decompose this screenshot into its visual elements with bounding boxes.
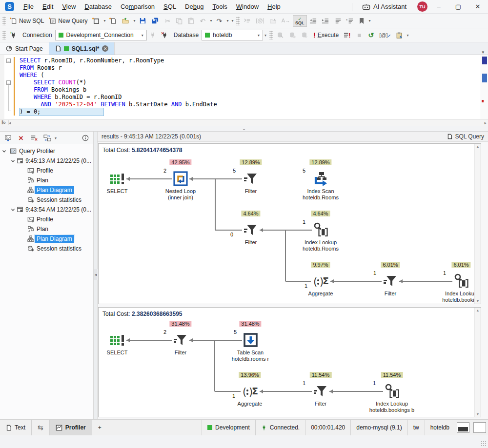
- delete-result-button[interactable]: ✕: [15, 132, 27, 144]
- open-file-dropdown[interactable]: ▾: [132, 19, 137, 23]
- fold-marker[interactable]: –: [6, 80, 11, 85]
- scrollbar-thumb[interactable]: [482, 57, 487, 64]
- tree-item-plan-diagram[interactable]: Plan Diagram: [0, 234, 93, 244]
- plan-node-select[interactable]: SELECT: [98, 171, 149, 195]
- redo-dropdown[interactable]: ▾: [225, 19, 230, 23]
- menu-window[interactable]: Window: [232, 1, 263, 12]
- save-profiling-result-button[interactable]: [2, 132, 14, 144]
- fold-marker[interactable]: –: [6, 58, 11, 63]
- plan-node-filter[interactable]: 31.48%Filter: [149, 332, 212, 356]
- outdent-button[interactable]: [307, 15, 319, 27]
- expander-icon[interactable]: [11, 159, 17, 163]
- cut-button[interactable]: ✂: [162, 15, 173, 27]
- close-button[interactable]: ✕: [469, 1, 486, 13]
- user-avatar[interactable]: TU: [417, 1, 427, 12]
- tree-item-profile[interactable]: Profile: [0, 166, 93, 175]
- menu-help[interactable]: Help: [263, 1, 285, 12]
- menu-tools[interactable]: Tools: [208, 1, 231, 12]
- plan-node-index-lookup[interactable]: 6.01%Index Lookuphoteldb.booking: [429, 273, 481, 303]
- environment-cell[interactable]: Development: [202, 420, 255, 435]
- sql-formatter-button[interactable]: ✓ SQL: [293, 15, 307, 27]
- disconnect-button[interactable]: ✕: [159, 29, 171, 41]
- clear-all-results-button[interactable]: ✕: [28, 132, 40, 144]
- execute-script-button[interactable]: !: [341, 29, 353, 41]
- panel-scrollbar[interactable]: ▲▼: [474, 308, 481, 417]
- add-view-button[interactable]: +: [92, 420, 107, 435]
- new-file-button[interactable]: *: [107, 15, 119, 27]
- database-combobox[interactable]: hoteldb ▾: [202, 30, 263, 40]
- new-document-button[interactable]: *: [90, 15, 102, 27]
- toolbar-grip[interactable]: [2, 17, 6, 25]
- db-tool-3-button[interactable]: [299, 29, 311, 41]
- tab-overflow-dropdown[interactable]: ▾: [478, 50, 488, 55]
- tree-item-profile[interactable]: Profile: [0, 214, 93, 224]
- collapse-sidebar-icon[interactable]: ◂: [94, 269, 98, 280]
- layout-full-button[interactable]: [473, 422, 486, 433]
- menu-debug[interactable]: Debug: [181, 1, 208, 12]
- toolbar-options-dropdown[interactable]: ▾: [230, 19, 235, 23]
- plan-node-filter[interactable]: 12.89%Filter: [219, 171, 283, 195]
- view-tab-text[interactable]: Text: [0, 420, 32, 435]
- tree-item-9-43-54-am-12-22-25-0[interactable]: 9:43:54 AM 12/22/25 (0...: [0, 205, 93, 214]
- menu-file[interactable]: File: [19, 1, 38, 12]
- scroll-right-arrow-icon[interactable]: ▸: [484, 120, 487, 125]
- paste-template-button[interactable]: [393, 29, 405, 41]
- plan-node-aggregate[interactable]: 13.96%()ΣAggregate: [218, 384, 282, 407]
- toolbar-grip[interactable]: [236, 17, 240, 25]
- sidebar-splitter[interactable]: ◂: [94, 132, 98, 419]
- plan-node-aggregate[interactable]: 9.97%()ΣAggregate: [289, 273, 352, 297]
- db-tool-2-button[interactable]: [286, 29, 299, 41]
- panel-scrollbar[interactable]: ▲▼: [474, 144, 481, 304]
- editor-horizontal-scrollbar[interactable]: ǁ‹› ◂ ▸: [0, 119, 488, 126]
- new-connection-button[interactable]: +: [7, 29, 20, 41]
- open-file-button[interactable]: [119, 15, 132, 27]
- tree-item-plan[interactable]: Plan: [0, 224, 93, 234]
- plan-diagram-panel-1[interactable]: Total Cost: 5.82041474654378 25501111SEL…: [98, 143, 481, 304]
- reconnect-button[interactable]: [147, 29, 159, 41]
- toolbar-overflow-dropdown[interactable]: ▾: [405, 33, 410, 38]
- plan-node-nested-loop[interactable]: 42.95%Nested Loop(inner join): [149, 171, 212, 201]
- new-sql-button[interactable]: * New SQL: [7, 15, 46, 27]
- code-area[interactable]: SELECT r.RoomID, r.RoomNumber, r.RoomTyp…: [20, 57, 480, 116]
- menu-sql[interactable]: SQL: [159, 1, 181, 12]
- uncomment-button[interactable]: *: [344, 15, 356, 27]
- comment-button[interactable]: [331, 15, 344, 27]
- snippet-at-button[interactable]: [@]: [253, 15, 266, 27]
- tab-start-page[interactable]: Start Page: [0, 42, 49, 55]
- plan-node-index-lookup[interactable]: 11.54%Index Lookuphoteldb.bookings b: [360, 384, 424, 413]
- new-query-button[interactable]: * New Query: [46, 15, 90, 27]
- info-button[interactable]: [80, 132, 91, 144]
- db-tool-1-button[interactable]: [274, 29, 286, 41]
- undo-button[interactable]: ↶: [197, 15, 208, 27]
- tree-item-9-45-13-am-12-22-25-0[interactable]: 9:45:13 AM 12/22/25 (0...: [0, 156, 93, 166]
- menu-edit[interactable]: Edit: [38, 1, 58, 12]
- view-tab-profiler[interactable]: Profiler: [50, 420, 92, 435]
- plan-node-index-scan[interactable]: 12.89%Index Scanhoteldb.Rooms: [289, 171, 352, 201]
- layout-horizontal-button[interactable]: [457, 422, 469, 433]
- tree-item-session-statistics[interactable]: Session statistics: [0, 244, 93, 253]
- tree-item-session-statistics[interactable]: Session statistics: [0, 195, 93, 205]
- format-case-button[interactable]: A→: [279, 15, 293, 27]
- toolbar-grip[interactable]: [269, 31, 273, 39]
- validate-icon-button[interactable]: [241, 15, 253, 27]
- ai-assistant-button[interactable]: AI Assistant: [358, 1, 410, 12]
- tree-item-query-profiler[interactable]: Query Profiler: [0, 146, 93, 156]
- toolbar-grip[interactable]: [2, 31, 6, 39]
- sql-editor[interactable]: – – SELECT r.RoomID, r.RoomNumber, r.Roo…: [0, 55, 488, 119]
- split-pane-icon[interactable]: ǁ‹›: [1, 120, 9, 125]
- edit-snippet-button[interactable]: [@]: [377, 29, 393, 41]
- query-history-button[interactable]: ↺: [365, 29, 377, 41]
- copy-button[interactable]: [173, 15, 185, 27]
- plan-node-select[interactable]: SELECT: [98, 332, 149, 356]
- toolbar-overflow-dropdown[interactable]: ▾: [367, 19, 372, 23]
- new-document-dropdown[interactable]: ▾: [102, 19, 107, 23]
- minimize-button[interactable]: –: [430, 1, 447, 13]
- user-cell[interactable]: tw: [407, 420, 425, 435]
- database-refresh-dropdown[interactable]: ▾: [263, 33, 268, 38]
- expander-icon[interactable]: [2, 149, 9, 154]
- menu-database[interactable]: Database: [80, 1, 116, 12]
- stop-button[interactable]: ■: [353, 29, 365, 41]
- tree-item-plan[interactable]: Plan: [0, 175, 93, 185]
- maximize-button[interactable]: ▢: [450, 1, 467, 13]
- execute-button[interactable]: ! Execute: [311, 29, 341, 41]
